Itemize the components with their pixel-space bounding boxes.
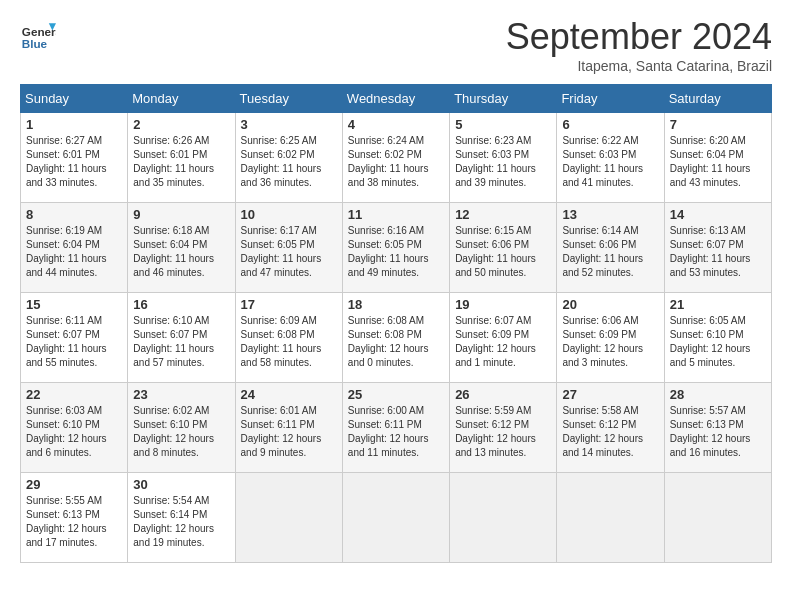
calendar-week-2: 8Sunrise: 6:19 AM Sunset: 6:04 PM Daylig… [21,203,772,293]
calendar-cell: 11Sunrise: 6:16 AM Sunset: 6:05 PM Dayli… [342,203,449,293]
calendar-cell: 10Sunrise: 6:17 AM Sunset: 6:05 PM Dayli… [235,203,342,293]
day-info: Sunrise: 6:24 AM Sunset: 6:02 PM Dayligh… [348,134,444,190]
day-info: Sunrise: 6:11 AM Sunset: 6:07 PM Dayligh… [26,314,122,370]
day-info: Sunrise: 6:07 AM Sunset: 6:09 PM Dayligh… [455,314,551,370]
calendar-cell: 27Sunrise: 5:58 AM Sunset: 6:12 PM Dayli… [557,383,664,473]
header-day-monday: Monday [128,85,235,113]
calendar-cell: 18Sunrise: 6:08 AM Sunset: 6:08 PM Dayli… [342,293,449,383]
day-number: 15 [26,297,122,312]
day-info: Sunrise: 6:20 AM Sunset: 6:04 PM Dayligh… [670,134,766,190]
day-info: Sunrise: 6:06 AM Sunset: 6:09 PM Dayligh… [562,314,658,370]
calendar-week-4: 22Sunrise: 6:03 AM Sunset: 6:10 PM Dayli… [21,383,772,473]
day-info: Sunrise: 6:17 AM Sunset: 6:05 PM Dayligh… [241,224,337,280]
day-number: 26 [455,387,551,402]
calendar-cell: 12Sunrise: 6:15 AM Sunset: 6:06 PM Dayli… [450,203,557,293]
day-number: 4 [348,117,444,132]
day-number: 19 [455,297,551,312]
day-number: 29 [26,477,122,492]
logo: General Blue [20,16,56,52]
day-number: 27 [562,387,658,402]
page-header: General Blue September 2024 Itapema, San… [20,16,772,74]
calendar-cell: 8Sunrise: 6:19 AM Sunset: 6:04 PM Daylig… [21,203,128,293]
calendar-cell: 21Sunrise: 6:05 AM Sunset: 6:10 PM Dayli… [664,293,771,383]
calendar-cell: 14Sunrise: 6:13 AM Sunset: 6:07 PM Dayli… [664,203,771,293]
day-number: 6 [562,117,658,132]
day-info: Sunrise: 6:23 AM Sunset: 6:03 PM Dayligh… [455,134,551,190]
month-title: September 2024 [506,16,772,58]
calendar-cell: 29Sunrise: 5:55 AM Sunset: 6:13 PM Dayli… [21,473,128,563]
day-number: 28 [670,387,766,402]
calendar-cell: 20Sunrise: 6:06 AM Sunset: 6:09 PM Dayli… [557,293,664,383]
location: Itapema, Santa Catarina, Brazil [506,58,772,74]
day-number: 17 [241,297,337,312]
calendar-week-5: 29Sunrise: 5:55 AM Sunset: 6:13 PM Dayli… [21,473,772,563]
day-info: Sunrise: 6:16 AM Sunset: 6:05 PM Dayligh… [348,224,444,280]
calendar-cell [342,473,449,563]
calendar-cell: 24Sunrise: 6:01 AM Sunset: 6:11 PM Dayli… [235,383,342,473]
calendar-cell: 26Sunrise: 5:59 AM Sunset: 6:12 PM Dayli… [450,383,557,473]
calendar-cell: 4Sunrise: 6:24 AM Sunset: 6:02 PM Daylig… [342,113,449,203]
day-info: Sunrise: 6:02 AM Sunset: 6:10 PM Dayligh… [133,404,229,460]
day-number: 3 [241,117,337,132]
day-info: Sunrise: 6:05 AM Sunset: 6:10 PM Dayligh… [670,314,766,370]
day-number: 23 [133,387,229,402]
day-number: 8 [26,207,122,222]
day-info: Sunrise: 5:58 AM Sunset: 6:12 PM Dayligh… [562,404,658,460]
day-number: 16 [133,297,229,312]
svg-text:Blue: Blue [22,37,48,50]
calendar-cell: 23Sunrise: 6:02 AM Sunset: 6:10 PM Dayli… [128,383,235,473]
day-number: 18 [348,297,444,312]
calendar-cell: 6Sunrise: 6:22 AM Sunset: 6:03 PM Daylig… [557,113,664,203]
day-info: Sunrise: 5:54 AM Sunset: 6:14 PM Dayligh… [133,494,229,550]
header-day-sunday: Sunday [21,85,128,113]
day-number: 12 [455,207,551,222]
day-info: Sunrise: 6:01 AM Sunset: 6:11 PM Dayligh… [241,404,337,460]
day-number: 2 [133,117,229,132]
day-info: Sunrise: 5:57 AM Sunset: 6:13 PM Dayligh… [670,404,766,460]
calendar-cell [450,473,557,563]
header-day-saturday: Saturday [664,85,771,113]
calendar-body: 1Sunrise: 6:27 AM Sunset: 6:01 PM Daylig… [21,113,772,563]
calendar-cell: 2Sunrise: 6:26 AM Sunset: 6:01 PM Daylig… [128,113,235,203]
header-day-friday: Friday [557,85,664,113]
calendar-cell [664,473,771,563]
day-number: 21 [670,297,766,312]
day-info: Sunrise: 6:26 AM Sunset: 6:01 PM Dayligh… [133,134,229,190]
calendar-cell [557,473,664,563]
day-number: 11 [348,207,444,222]
day-number: 24 [241,387,337,402]
day-number: 9 [133,207,229,222]
day-number: 30 [133,477,229,492]
day-info: Sunrise: 5:55 AM Sunset: 6:13 PM Dayligh… [26,494,122,550]
calendar-cell: 30Sunrise: 5:54 AM Sunset: 6:14 PM Dayli… [128,473,235,563]
day-info: Sunrise: 6:08 AM Sunset: 6:08 PM Dayligh… [348,314,444,370]
calendar-cell: 28Sunrise: 5:57 AM Sunset: 6:13 PM Dayli… [664,383,771,473]
calendar-week-1: 1Sunrise: 6:27 AM Sunset: 6:01 PM Daylig… [21,113,772,203]
calendar-week-3: 15Sunrise: 6:11 AM Sunset: 6:07 PM Dayli… [21,293,772,383]
day-info: Sunrise: 6:09 AM Sunset: 6:08 PM Dayligh… [241,314,337,370]
day-info: Sunrise: 6:10 AM Sunset: 6:07 PM Dayligh… [133,314,229,370]
day-number: 13 [562,207,658,222]
header-day-tuesday: Tuesday [235,85,342,113]
calendar-table: SundayMondayTuesdayWednesdayThursdayFrid… [20,84,772,563]
day-info: Sunrise: 6:19 AM Sunset: 6:04 PM Dayligh… [26,224,122,280]
calendar-cell: 9Sunrise: 6:18 AM Sunset: 6:04 PM Daylig… [128,203,235,293]
calendar-cell: 17Sunrise: 6:09 AM Sunset: 6:08 PM Dayli… [235,293,342,383]
calendar-cell: 1Sunrise: 6:27 AM Sunset: 6:01 PM Daylig… [21,113,128,203]
title-block: September 2024 Itapema, Santa Catarina, … [506,16,772,74]
day-number: 7 [670,117,766,132]
day-number: 25 [348,387,444,402]
day-number: 5 [455,117,551,132]
day-number: 10 [241,207,337,222]
header-day-wednesday: Wednesday [342,85,449,113]
day-info: Sunrise: 5:59 AM Sunset: 6:12 PM Dayligh… [455,404,551,460]
day-info: Sunrise: 6:15 AM Sunset: 6:06 PM Dayligh… [455,224,551,280]
calendar-cell [235,473,342,563]
day-number: 22 [26,387,122,402]
day-info: Sunrise: 6:27 AM Sunset: 6:01 PM Dayligh… [26,134,122,190]
calendar-cell: 7Sunrise: 6:20 AM Sunset: 6:04 PM Daylig… [664,113,771,203]
calendar-cell: 13Sunrise: 6:14 AM Sunset: 6:06 PM Dayli… [557,203,664,293]
calendar-header: SundayMondayTuesdayWednesdayThursdayFrid… [21,85,772,113]
logo-icon: General Blue [20,16,56,52]
day-number: 1 [26,117,122,132]
